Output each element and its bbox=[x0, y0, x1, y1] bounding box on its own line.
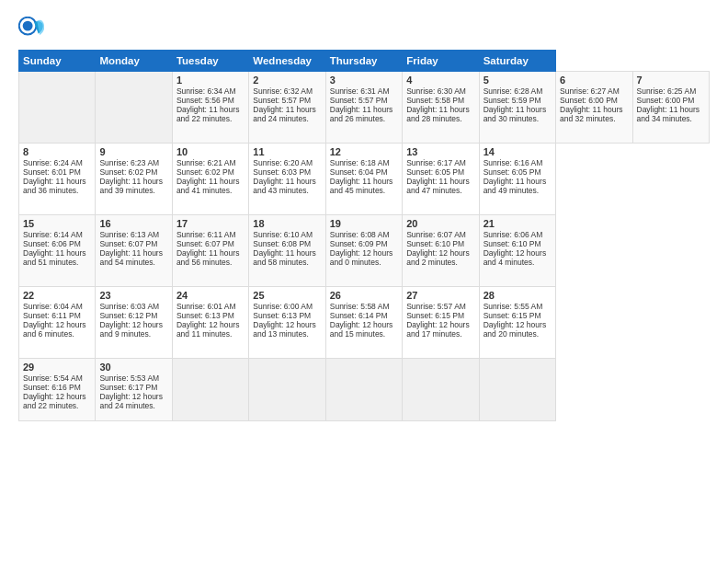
day-number: 4 bbox=[406, 75, 474, 86]
sunset: Sunset: 6:01 PM bbox=[23, 167, 81, 177]
daylight: Daylight: 11 hours and 36 minutes. bbox=[23, 177, 86, 195]
day-number: 27 bbox=[406, 290, 474, 301]
sunrise: Sunrise: 6:28 AM bbox=[483, 86, 543, 96]
sunset: Sunset: 6:00 PM bbox=[560, 96, 618, 105]
sunrise: Sunrise: 6:18 AM bbox=[330, 158, 390, 167]
daylight: Daylight: 11 hours and 54 minutes. bbox=[99, 248, 163, 267]
sunrise: Sunrise: 6:01 AM bbox=[176, 302, 236, 311]
sunrise: Sunrise: 6:25 AM bbox=[637, 86, 697, 96]
sunrise: Sunrise: 6:23 AM bbox=[99, 158, 159, 167]
daylight: Daylight: 12 hours and 22 minutes. bbox=[23, 392, 86, 410]
calendar-cell bbox=[172, 359, 248, 421]
sunrise: Sunrise: 6:13 AM bbox=[99, 230, 159, 239]
sunrise: Sunrise: 6:21 AM bbox=[176, 158, 236, 167]
sunset: Sunset: 6:17 PM bbox=[99, 383, 157, 392]
day-number: 25 bbox=[253, 290, 321, 301]
sunset: Sunset: 6:06 PM bbox=[23, 239, 81, 248]
calendar-cell: 3Sunrise: 6:31 AMSunset: 5:57 PMDaylight… bbox=[325, 72, 402, 144]
calendar-cell: 29Sunrise: 5:54 AMSunset: 6:16 PMDayligh… bbox=[19, 359, 96, 421]
calendar-cell: 24Sunrise: 6:01 AMSunset: 6:13 PMDayligh… bbox=[172, 287, 248, 359]
sunset: Sunset: 6:05 PM bbox=[406, 167, 464, 177]
day-number: 5 bbox=[483, 75, 552, 86]
weekday-header-saturday: Saturday bbox=[479, 51, 555, 72]
daylight: Daylight: 12 hours and 17 minutes. bbox=[406, 320, 470, 339]
calendar-cell: 23Sunrise: 6:03 AMSunset: 6:12 PMDayligh… bbox=[96, 287, 172, 359]
daylight: Daylight: 11 hours and 30 minutes. bbox=[483, 105, 547, 123]
calendar-cell: 11Sunrise: 6:20 AMSunset: 6:03 PMDayligh… bbox=[249, 144, 325, 215]
calendar-cell: 17Sunrise: 6:11 AMSunset: 6:07 PMDayligh… bbox=[172, 215, 248, 287]
sunset: Sunset: 5:59 PM bbox=[483, 96, 541, 105]
daylight: Daylight: 11 hours and 41 minutes. bbox=[176, 177, 240, 195]
calendar-cell: 25Sunrise: 6:00 AMSunset: 6:13 PMDayligh… bbox=[249, 287, 325, 359]
calendar-cell: 26Sunrise: 5:58 AMSunset: 6:14 PMDayligh… bbox=[325, 287, 402, 359]
weekday-header-friday: Friday bbox=[403, 51, 479, 72]
sunset: Sunset: 6:16 PM bbox=[23, 383, 81, 392]
day-number: 14 bbox=[483, 146, 552, 157]
sunset: Sunset: 6:13 PM bbox=[176, 311, 234, 320]
weekday-header-wednesday: Wednesday bbox=[249, 51, 325, 72]
logo-icon bbox=[18, 17, 44, 42]
daylight: Daylight: 12 hours and 2 minutes. bbox=[406, 248, 470, 267]
sunset: Sunset: 5:56 PM bbox=[176, 96, 234, 105]
day-number: 26 bbox=[330, 290, 398, 301]
sunrise: Sunrise: 6:14 AM bbox=[23, 230, 83, 239]
sunset: Sunset: 6:09 PM bbox=[330, 239, 388, 248]
daylight: Daylight: 11 hours and 28 minutes. bbox=[406, 105, 470, 123]
calendar-cell: 18Sunrise: 6:10 AMSunset: 6:08 PMDayligh… bbox=[249, 215, 325, 287]
calendar-cell: 7Sunrise: 6:25 AMSunset: 6:00 PMDaylight… bbox=[632, 72, 710, 144]
daylight: Daylight: 12 hours and 15 minutes. bbox=[330, 320, 393, 339]
day-number: 20 bbox=[406, 218, 474, 229]
weekday-header-thursday: Thursday bbox=[325, 51, 402, 72]
sunset: Sunset: 6:08 PM bbox=[253, 239, 311, 248]
sunset: Sunset: 6:07 PM bbox=[99, 239, 157, 248]
calendar-cell: 9Sunrise: 6:23 AMSunset: 6:02 PMDaylight… bbox=[96, 144, 172, 215]
sunset: Sunset: 6:13 PM bbox=[253, 311, 311, 320]
sunset: Sunset: 6:02 PM bbox=[99, 167, 157, 177]
calendar-cell: 21Sunrise: 6:06 AMSunset: 6:10 PMDayligh… bbox=[479, 215, 555, 287]
daylight: Daylight: 11 hours and 49 minutes. bbox=[483, 177, 547, 195]
day-number: 11 bbox=[253, 146, 321, 157]
day-number: 3 bbox=[330, 75, 398, 86]
sunset: Sunset: 5:57 PM bbox=[253, 96, 311, 105]
sunset: Sunset: 6:04 PM bbox=[330, 167, 388, 177]
daylight: Daylight: 11 hours and 39 minutes. bbox=[99, 177, 163, 195]
day-number: 28 bbox=[483, 290, 552, 301]
calendar-cell: 19Sunrise: 6:08 AMSunset: 6:09 PMDayligh… bbox=[325, 215, 402, 287]
daylight: Daylight: 11 hours and 45 minutes. bbox=[330, 177, 393, 195]
sunset: Sunset: 6:12 PM bbox=[99, 311, 157, 320]
day-number: 7 bbox=[637, 75, 706, 86]
sunrise: Sunrise: 6:30 AM bbox=[406, 86, 466, 96]
weekday-header-monday: Monday bbox=[96, 51, 172, 72]
day-number: 13 bbox=[406, 146, 474, 157]
calendar-cell: 30Sunrise: 5:53 AMSunset: 6:17 PMDayligh… bbox=[96, 359, 172, 421]
calendar-table: SundayMondayTuesdayWednesdayThursdayFrid… bbox=[18, 50, 710, 421]
calendar-cell: 20Sunrise: 6:07 AMSunset: 6:10 PMDayligh… bbox=[403, 215, 479, 287]
calendar-cell: 27Sunrise: 5:57 AMSunset: 6:15 PMDayligh… bbox=[403, 287, 479, 359]
sunrise: Sunrise: 6:17 AM bbox=[406, 158, 466, 167]
page-header bbox=[18, 17, 710, 42]
sunrise: Sunrise: 6:34 AM bbox=[176, 86, 236, 96]
sunset: Sunset: 6:03 PM bbox=[253, 167, 311, 177]
sunrise: Sunrise: 6:00 AM bbox=[253, 302, 313, 311]
daylight: Daylight: 11 hours and 58 minutes. bbox=[253, 248, 316, 267]
calendar-cell: 8Sunrise: 6:24 AMSunset: 6:01 PMDaylight… bbox=[19, 144, 96, 215]
calendar-cell: 6Sunrise: 6:27 AMSunset: 6:00 PMDaylight… bbox=[556, 72, 632, 144]
sunrise: Sunrise: 5:53 AM bbox=[99, 373, 159, 383]
sunset: Sunset: 6:00 PM bbox=[637, 96, 695, 105]
calendar-cell: 4Sunrise: 6:30 AMSunset: 5:58 PMDaylight… bbox=[403, 72, 479, 144]
calendar-cell bbox=[249, 359, 325, 421]
sunrise: Sunrise: 5:55 AM bbox=[483, 302, 543, 311]
sunset: Sunset: 6:15 PM bbox=[483, 311, 541, 320]
calendar-cell: 12Sunrise: 6:18 AMSunset: 6:04 PMDayligh… bbox=[325, 144, 402, 215]
day-number: 2 bbox=[253, 75, 321, 86]
sunrise: Sunrise: 6:04 AM bbox=[23, 302, 83, 311]
day-number: 19 bbox=[330, 218, 398, 229]
calendar-cell bbox=[19, 72, 96, 144]
daylight: Daylight: 11 hours and 32 minutes. bbox=[560, 105, 623, 123]
calendar-cell: 13Sunrise: 6:17 AMSunset: 6:05 PMDayligh… bbox=[403, 144, 479, 215]
day-number: 21 bbox=[483, 218, 552, 229]
daylight: Daylight: 11 hours and 26 minutes. bbox=[330, 105, 393, 123]
day-number: 9 bbox=[99, 146, 167, 157]
daylight: Daylight: 11 hours and 22 minutes. bbox=[176, 105, 240, 123]
sunrise: Sunrise: 6:24 AM bbox=[23, 158, 83, 167]
